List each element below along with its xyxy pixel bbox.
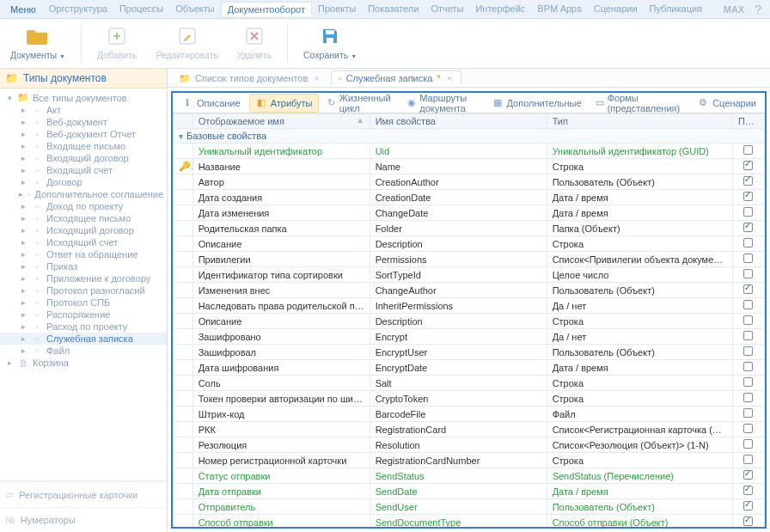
table-row[interactable]: РККRegistrationCardСписок<Регистрационна… bbox=[174, 422, 765, 437]
menu-item-6[interactable]: Отчеты bbox=[425, 2, 469, 16]
checkbox[interactable] bbox=[743, 517, 753, 526]
table-row[interactable]: ЗашифрованоEncryptДа / нет bbox=[174, 329, 765, 345]
cell-search[interactable] bbox=[732, 252, 764, 267]
subtab-info[interactable]: ℹОписание bbox=[176, 95, 246, 112]
menu-item-10[interactable]: Публикация bbox=[644, 2, 708, 16]
expand-icon[interactable]: ▸ bbox=[19, 286, 28, 295]
tree-node[interactable]: ▸▫Приказ bbox=[0, 260, 167, 272]
col-name[interactable]: Отображаемое имя▲ bbox=[192, 114, 370, 129]
expand-icon[interactable]: ▸ bbox=[19, 238, 28, 247]
checkbox[interactable] bbox=[743, 207, 753, 217]
table-row[interactable]: Дата созданияCreationDateДата / время bbox=[174, 190, 765, 205]
checkbox[interactable] bbox=[743, 486, 753, 495]
checkbox[interactable] bbox=[743, 393, 753, 402]
tree-node[interactable]: ▸▫Протокол СПБ bbox=[0, 297, 167, 309]
cell-search[interactable] bbox=[732, 345, 764, 360]
subtab-extra[interactable]: ▦Дополнительные bbox=[486, 95, 587, 112]
menu-item-1[interactable]: Процессы bbox=[113, 2, 169, 16]
menu-item-3[interactable]: Документооборот bbox=[221, 2, 312, 16]
tree-node[interactable]: ▸▫Исходящий договор bbox=[0, 224, 167, 236]
tab[interactable]: 📁Список типов документов× bbox=[171, 70, 329, 86]
checkbox[interactable] bbox=[743, 470, 753, 480]
tab[interactable]: ▫Служебная записка*× bbox=[331, 70, 461, 85]
ribbon-save-button[interactable]: Сохранить ▼ bbox=[298, 22, 362, 62]
expand-icon[interactable]: ▸ bbox=[19, 322, 28, 331]
table-row[interactable]: Штрих-кодBarcodeFileФайл bbox=[174, 407, 765, 422]
cell-search[interactable] bbox=[732, 437, 764, 453]
menu-item-8[interactable]: BPM Apps bbox=[531, 2, 587, 16]
expand-icon[interactable]: ▸ bbox=[5, 358, 14, 367]
subtab-attrs[interactable]: ◧Атрибуты bbox=[249, 94, 319, 113]
cell-search[interactable] bbox=[732, 267, 764, 283]
checkbox[interactable] bbox=[743, 161, 753, 170]
col-type[interactable]: Тип bbox=[547, 114, 732, 129]
cell-search[interactable] bbox=[732, 190, 764, 205]
expand-icon[interactable]: ▸ bbox=[19, 202, 28, 211]
expand-icon[interactable]: ▸ bbox=[19, 130, 28, 138]
expand-icon[interactable]: ▸ bbox=[19, 178, 28, 187]
table-row[interactable]: Статус отправкиSendStatusSendStatus (Пер… bbox=[174, 468, 765, 484]
table-row[interactable]: Дата измененияChangeDateДата / время bbox=[174, 205, 765, 221]
checkbox[interactable] bbox=[743, 331, 753, 340]
col-prop[interactable]: Имя свойства bbox=[370, 114, 547, 129]
collapse-icon[interactable]: ▾ bbox=[5, 94, 14, 102]
table-row[interactable]: 🔑НазваниеNameСтрока bbox=[174, 159, 765, 174]
cell-search[interactable] bbox=[732, 499, 764, 515]
tree-node[interactable]: ▸▫Входящий договор bbox=[0, 152, 167, 164]
tree-node[interactable]: ▸▫Доход по проекту bbox=[0, 200, 167, 212]
checkbox[interactable] bbox=[743, 455, 753, 464]
expand-icon[interactable]: ▸ bbox=[19, 142, 28, 150]
tree-node[interactable]: ▸▫Протокол разногласий bbox=[0, 284, 167, 297]
cell-search[interactable] bbox=[732, 422, 764, 437]
table-row[interactable]: Дата отправкиSendDateДата / время bbox=[174, 484, 765, 499]
cell-search[interactable] bbox=[732, 484, 764, 499]
expand-icon[interactable]: ▸ bbox=[19, 346, 28, 355]
tree-node[interactable]: ▸▫Договор bbox=[0, 176, 167, 188]
cell-search[interactable] bbox=[732, 298, 764, 314]
checkbox[interactable] bbox=[743, 377, 753, 387]
tree-node[interactable]: ▸▫Акт bbox=[0, 104, 167, 116]
subtab-gear[interactable]: ⚙Сценарии bbox=[692, 95, 761, 112]
menu-item-2[interactable]: Объекты bbox=[169, 2, 220, 16]
expand-icon[interactable]: ▸ bbox=[19, 190, 23, 199]
tree-node[interactable]: ▸▫Файл bbox=[0, 345, 167, 357]
cell-search[interactable] bbox=[732, 407, 764, 422]
expand-icon[interactable]: ▸ bbox=[19, 262, 28, 271]
menu-item-4[interactable]: Проекты bbox=[312, 2, 362, 16]
expand-icon[interactable]: ▸ bbox=[19, 166, 28, 174]
checkbox[interactable] bbox=[743, 439, 753, 449]
col-icon[interactable] bbox=[174, 114, 193, 129]
subtab-lifecycle[interactable]: ↻Жизненный цикл bbox=[322, 91, 400, 116]
expand-icon[interactable]: ▸ bbox=[19, 274, 28, 283]
table-row[interactable]: Идентификатор типа сортировкиSortTypeIdЦ… bbox=[174, 267, 765, 283]
table-row[interactable]: Токен проверки авторизации по шифрованию… bbox=[174, 391, 765, 407]
menu-item-5[interactable]: Показатели bbox=[362, 2, 425, 16]
checkbox[interactable] bbox=[743, 300, 753, 309]
table-row[interactable]: Дата шифрованияEncryptDateДата / время bbox=[174, 360, 765, 376]
sidebar-bottom-item[interactable]: №Нумераторы bbox=[0, 507, 167, 532]
tree-node[interactable]: ▸▫Входящий счет bbox=[0, 164, 167, 176]
tree-node[interactable]: ▸▫Исходящий счет bbox=[0, 236, 167, 248]
cell-search[interactable] bbox=[732, 159, 764, 174]
subtab-forms[interactable]: ▭Формы (представления) bbox=[590, 91, 689, 116]
cell-search[interactable] bbox=[732, 468, 764, 484]
expand-icon[interactable]: ▸ bbox=[19, 226, 28, 235]
close-icon[interactable]: × bbox=[445, 73, 454, 83]
tree-node[interactable]: ▸▫Распоряжение bbox=[0, 309, 167, 321]
expand-icon[interactable]: ▸ bbox=[19, 214, 28, 223]
checkbox[interactable] bbox=[743, 501, 753, 511]
checkbox[interactable] bbox=[743, 176, 753, 186]
col-search[interactable]: Поиск bbox=[732, 114, 764, 129]
menu-button[interactable]: Меню bbox=[3, 3, 43, 16]
tree-trash[interactable]: ▸🗑Корзина bbox=[0, 357, 167, 369]
cell-search[interactable] bbox=[732, 329, 764, 345]
checkbox[interactable] bbox=[743, 315, 753, 325]
cell-search[interactable] bbox=[732, 221, 764, 236]
expand-icon[interactable]: ▸ bbox=[19, 154, 28, 162]
cell-search[interactable] bbox=[732, 376, 764, 391]
tree-node[interactable]: ▸▫Входящее письмо bbox=[0, 140, 167, 152]
help-icon[interactable]: ? bbox=[749, 3, 767, 16]
table-row[interactable]: АвторCreationAuthorПользователь (Объект) bbox=[174, 174, 765, 190]
tree-node[interactable]: ▸▫Приложение к договору bbox=[0, 272, 167, 284]
table-group-row[interactable]: ▾Базовые свойства bbox=[174, 129, 765, 144]
